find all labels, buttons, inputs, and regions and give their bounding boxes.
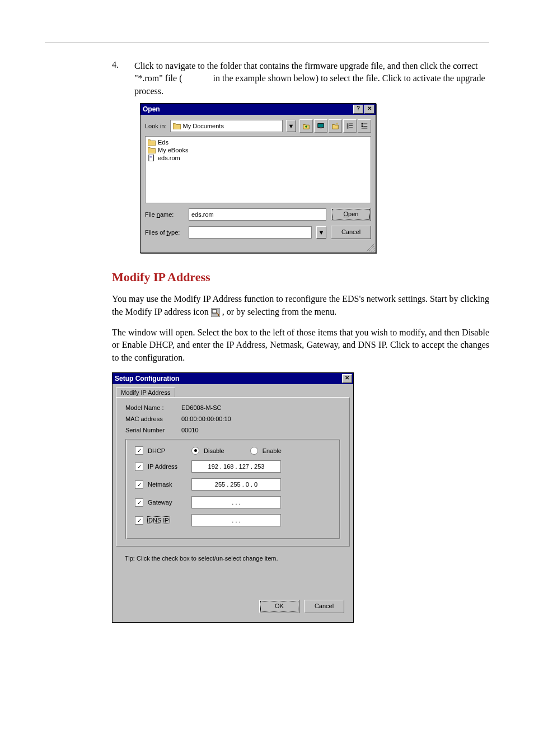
- serial-value: 00010: [181, 427, 199, 433]
- filename-input[interactable]: eds.rom: [189, 208, 326, 221]
- svg-rect-4: [349, 124, 353, 124]
- dhcp-label: DHCP: [148, 447, 187, 454]
- ipaddr-label: IP Address: [148, 463, 187, 470]
- list-item[interactable]: My eBooks: [148, 147, 368, 153]
- svg-rect-11: [363, 124, 367, 124]
- svg-rect-15: [150, 156, 152, 157]
- file-list[interactable]: Eds My eBooks eds.rom: [145, 136, 371, 203]
- header-divider: [45, 43, 489, 43]
- paragraph-2: The window will open. Select the box to …: [112, 326, 489, 364]
- file-icon: [148, 155, 156, 161]
- new-folder-icon[interactable]: *: [329, 119, 342, 133]
- dns-input[interactable]: . . .: [191, 514, 281, 526]
- folder-icon: [148, 147, 156, 153]
- gateway-input[interactable]: . . .: [191, 496, 281, 508]
- mac-label: MAC address: [125, 416, 181, 422]
- svg-rect-3: [347, 124, 349, 125]
- netmask-checkbox[interactable]: ✓: [135, 480, 143, 489]
- svg-rect-16: [150, 157, 152, 157]
- setup-config-dialog: Setup Configuration ✕ Modify IP Address …: [112, 372, 354, 623]
- dhcp-checkbox[interactable]: ✓: [135, 446, 143, 455]
- model-value: ED6008-M-SC: [181, 404, 222, 411]
- desktop-icon[interactable]: [314, 119, 327, 133]
- network-group: ✓ DHCP Disable Enable ✓ IP Address 192 .…: [125, 439, 340, 539]
- dns-checkbox[interactable]: ✓: [135, 516, 143, 525]
- svg-text:*: *: [336, 122, 338, 126]
- step-filename: eds.rom: [182, 73, 210, 83]
- open-dialog: Open ? ✕ Look in: My Documents ▼ *: [140, 103, 376, 253]
- open-button[interactable]: Open: [331, 208, 371, 221]
- close-icon[interactable]: ✕: [364, 105, 374, 114]
- lookin-combo[interactable]: My Documents: [170, 120, 283, 132]
- svg-rect-5: [347, 125, 349, 127]
- svg-rect-8: [349, 128, 353, 128]
- enable-label: Enable: [263, 447, 282, 454]
- svg-rect-10: [362, 125, 363, 127]
- svg-rect-9: [362, 123, 363, 125]
- resize-grip[interactable]: [140, 244, 376, 253]
- open-dialog-title: Open: [143, 105, 160, 113]
- dns-label: DNS IP: [148, 517, 187, 524]
- folder-open-icon: [173, 123, 181, 129]
- details-view-icon[interactable]: [358, 119, 371, 133]
- lookin-label: Look in:: [145, 123, 167, 129]
- svg-rect-14: [149, 155, 154, 161]
- header-title: EDS Configurator GUI: [45, 28, 489, 37]
- disable-label: Disable: [204, 447, 224, 454]
- filename-label: File name:: [145, 211, 184, 218]
- svg-rect-13: [362, 128, 368, 129]
- list-item[interactable]: eds.rom: [148, 155, 368, 161]
- enable-radio[interactable]: [250, 447, 258, 455]
- gateway-checkbox[interactable]: ✓: [135, 498, 143, 507]
- mac-value: 00:00:00:00:00:10: [181, 416, 231, 422]
- modify-ip-icon: [211, 308, 220, 317]
- help-icon[interactable]: ?: [353, 105, 363, 114]
- filetype-select[interactable]: [189, 226, 312, 239]
- svg-rect-0: [318, 124, 324, 128]
- section-heading: Modify IP Address: [112, 270, 489, 284]
- step-number: 4.: [112, 60, 123, 97]
- netmask-input[interactable]: 255 . 255 . 0 . 0: [191, 478, 281, 491]
- up-folder-icon[interactable]: [299, 119, 313, 133]
- svg-rect-18: [212, 310, 217, 313]
- model-label: Model Name :: [125, 404, 181, 411]
- step-text: Click to navigate to the folder that con…: [134, 60, 489, 97]
- filetype-dropdown-icon[interactable]: ▼: [316, 226, 326, 239]
- list-item[interactable]: Eds: [148, 139, 368, 146]
- cancel-button[interactable]: Cancel: [331, 226, 371, 239]
- ok-button[interactable]: OK: [259, 600, 299, 613]
- filetype-label: Files of type:: [145, 229, 184, 236]
- tip-text: Tip: Click the check box to select/un-se…: [116, 555, 350, 562]
- cancel-button[interactable]: Cancel: [304, 600, 344, 613]
- serial-label: Serial Number: [125, 427, 181, 433]
- step-text-a: Click: [134, 61, 156, 71]
- list-view-icon[interactable]: [343, 119, 357, 133]
- step-text-c: in the example shown below) to select th…: [213, 73, 404, 83]
- ipaddr-input[interactable]: 192 . 168 . 127 . 253: [191, 460, 281, 473]
- folder-icon: [148, 139, 156, 146]
- ip-checkbox[interactable]: ✓: [135, 463, 143, 471]
- netmask-label: Netmask: [148, 481, 187, 488]
- svg-rect-12: [363, 126, 367, 127]
- disable-radio[interactable]: [191, 447, 199, 455]
- gateway-label: Gateway: [148, 499, 187, 506]
- svg-rect-7: [347, 128, 349, 129]
- setup-dialog-title: Setup Configuration: [115, 375, 179, 382]
- svg-rect-6: [349, 125, 353, 126]
- lookin-dropdown-icon[interactable]: ▼: [286, 120, 296, 132]
- tab-modify-ip[interactable]: Modify IP Address: [116, 388, 175, 397]
- paragraph-1: You may use the Modify IP Address functi…: [112, 293, 489, 318]
- svg-rect-1: [320, 128, 322, 129]
- lookin-value: My Documents: [183, 123, 224, 129]
- close-icon[interactable]: ✕: [342, 374, 352, 383]
